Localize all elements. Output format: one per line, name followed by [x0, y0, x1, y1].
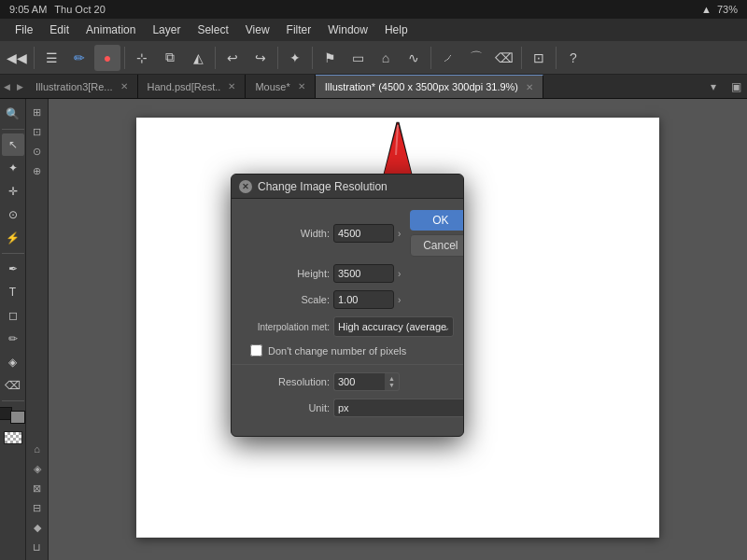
tab-illustration3[interactable]: Illustration3[Re... ✕ [26, 75, 138, 98]
panel-toggle[interactable]: ▣ [725, 75, 747, 98]
panel-btn-3[interactable]: ⊙ [28, 142, 47, 161]
swatch-transparent[interactable] [4, 431, 22, 444]
menu-file[interactable]: File [7, 21, 40, 38]
panel-btn-8[interactable]: ⊟ [28, 498, 47, 517]
tab-close[interactable]: ✕ [228, 81, 235, 91]
tool-pencil[interactable]: ✏ [2, 328, 24, 350]
toolbar-divider-7 [521, 47, 522, 69]
panel-btn-4[interactable]: ⊕ [28, 161, 47, 180]
tab-dropdown[interactable]: ▾ [702, 75, 725, 98]
toolbar-cursor[interactable]: ⊹ [129, 45, 155, 71]
dialog-body: Width: › OK Cancel Height: › [232, 199, 463, 436]
tool-cursor[interactable]: ↖ [2, 133, 24, 156]
change-image-resolution-dialog: ✕ Change Image Resolution Width: › OK Ca… [231, 174, 464, 437]
tool-lasso[interactable]: ⊙ [2, 203, 24, 226]
tool-section-1 [2, 129, 24, 130]
panel-btn-5[interactable]: ⌂ [28, 440, 47, 458]
resolution-arrows[interactable]: ▲ ▼ [385, 372, 400, 391]
tab-scroll-left[interactable]: ◀ [0, 75, 13, 98]
toolbar-undo[interactable]: ↩ [219, 45, 246, 71]
height-arrow[interactable]: › [398, 269, 401, 279]
no-change-pixels-checkbox[interactable] [250, 344, 262, 357]
menu-animation[interactable]: Animation [78, 21, 143, 38]
panel-btn-10[interactable]: ⊔ [28, 538, 47, 556]
height-input[interactable] [333, 264, 394, 283]
scale-arrow[interactable]: › [398, 295, 401, 305]
tool-section-2 [2, 253, 24, 254]
toolbar-collapse[interactable]: ◀◀ [4, 45, 30, 71]
resolution-down-arrow[interactable]: ▼ [388, 382, 395, 388]
toolbar-device[interactable]: ⊡ [526, 45, 552, 71]
tool-node[interactable]: ✦ [2, 157, 24, 179]
panel-btn-7[interactable]: ⊠ [28, 479, 47, 497]
toolbar-line[interactable]: ⟋ [435, 45, 461, 71]
unit-input[interactable] [333, 399, 464, 417]
menu-select[interactable]: Select [190, 21, 235, 38]
tool-pen[interactable]: ✒ [2, 258, 24, 280]
toolbar-align[interactable]: ☰ [38, 45, 64, 71]
menu-layer[interactable]: Layer [145, 21, 188, 38]
status-bar: 9:05 AM Thu Oct 20 ▲ 73% [0, 0, 747, 19]
menu-view[interactable]: View [238, 21, 277, 38]
tab-scroll-right[interactable]: ▶ [13, 75, 26, 98]
toolbar-eraser[interactable]: ⌫ [491, 45, 517, 71]
scale-input[interactable] [333, 290, 394, 309]
menu-edit[interactable]: Edit [42, 21, 77, 38]
toolbar-wand[interactable]: ⌂ [373, 45, 399, 71]
ok-button[interactable]: OK [410, 210, 464, 231]
width-input[interactable] [333, 224, 394, 243]
menu-filter[interactable]: Filter [279, 21, 319, 38]
tool-eraser2[interactable]: ⌫ [2, 374, 24, 397]
toolbar-brush[interactable]: ⚑ [317, 45, 343, 71]
width-arrow[interactable]: › [398, 229, 401, 239]
main-area: 🔍 ↖ ✦ ✛ ⊙ ⚡ ✒ T ◻ ✏ ◈ ⌫ ⊞ ⊡ ⊙ ⊕ ⌂ ◈ ⊠ ⊟ [0, 99, 747, 560]
dialog-close-button[interactable]: ✕ [239, 180, 252, 193]
canvas-area: ✕ Change Image Resolution Width: › OK Ca… [49, 99, 747, 560]
toolbar-curve[interactable]: ⌒ [463, 45, 489, 71]
panel-btn-6[interactable]: ◈ [28, 459, 47, 478]
tab-mouse[interactable]: Mouse* ✕ [246, 75, 315, 98]
no-change-pixels-label[interactable]: Don't change number of pixels [268, 345, 406, 357]
panel-btn-2[interactable]: ⊡ [28, 122, 47, 141]
height-row: Height: › [241, 264, 454, 283]
tool-zoom[interactable]: 🔍 [2, 103, 24, 125]
panel-btn-1[interactable]: ⊞ [28, 103, 47, 121]
tab-hand[interactable]: Hand.psd[Rest.. ✕ [138, 75, 247, 98]
toolbar-copy[interactable]: ⧉ [157, 45, 183, 71]
tool-text[interactable]: T [2, 281, 24, 303]
resolution-spinner: ▲ ▼ [333, 372, 400, 391]
tool-shape[interactable]: ◻ [2, 304, 24, 327]
tab-close[interactable]: ✕ [526, 82, 533, 92]
dialog-titlebar: ✕ Change Image Resolution [232, 175, 463, 199]
tab-illustration-active[interactable]: Illustration* (4500 x 3500px 300dpi 31.9… [316, 75, 543, 98]
toolbar-lasso[interactable]: ∿ [401, 45, 427, 71]
menu-bar: File Edit Animation Layer Select View Fi… [0, 19, 747, 41]
menu-window[interactable]: Window [320, 21, 375, 38]
toolbar-help[interactable]: ? [560, 45, 586, 71]
swatch-background[interactable] [10, 411, 25, 424]
toolbar-redo[interactable]: ↪ [247, 45, 274, 71]
toolbar-star[interactable]: ✦ [282, 45, 308, 71]
panel-btn-9[interactable]: ◆ [28, 518, 47, 537]
width-row: Width: › OK Cancel [241, 210, 454, 257]
toolbar-pen[interactable]: ✏ [66, 45, 92, 71]
tab-close[interactable]: ✕ [120, 81, 128, 91]
menu-help[interactable]: Help [377, 21, 416, 38]
interpolation-select[interactable]: High accuracy (average colors) Bilinear … [333, 316, 454, 337]
resolution-up-arrow[interactable]: ▲ [388, 375, 395, 382]
tab-close[interactable]: ✕ [298, 81, 305, 91]
cancel-button[interactable]: Cancel [410, 234, 464, 257]
no-change-pixels-row: Don't change number of pixels [241, 344, 454, 357]
tool-move[interactable]: ✛ [2, 180, 24, 203]
dialog-ok-cancel: OK Cancel [410, 210, 464, 257]
tool-fill[interactable]: ◈ [2, 351, 24, 373]
toolbar-fill[interactable]: ◭ [185, 45, 211, 71]
resolution-input[interactable] [333, 372, 385, 391]
toolbar-divider-5 [312, 47, 313, 69]
tool-magic[interactable]: ⚡ [2, 227, 24, 249]
toolbar-circle-pen[interactable]: ● [94, 45, 120, 71]
toolbar-divider-2 [124, 47, 125, 69]
toolbar-divider-1 [34, 47, 35, 69]
tab-bar: ◀ ▶ Illustration3[Re... ✕ Hand.psd[Rest.… [0, 75, 747, 99]
toolbar-square[interactable]: ▭ [345, 45, 371, 71]
